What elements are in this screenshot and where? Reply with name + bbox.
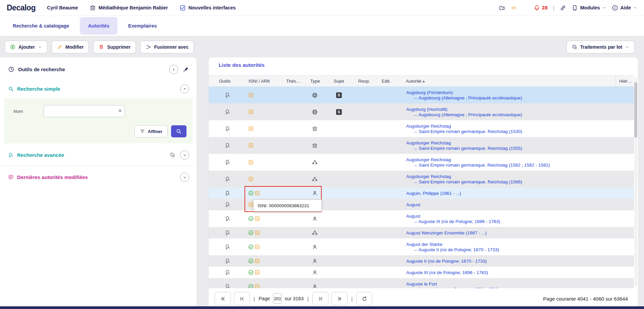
isni-valid-icon[interactable]	[248, 216, 254, 221]
table-row[interactable]: S Augsburg (Hochstift) → Augsbourg (Alle…	[209, 103, 634, 120]
page-prev-set-button[interactable]	[215, 292, 231, 305]
tab-autorites[interactable]: Autorités	[80, 17, 117, 35]
authority-sublink[interactable]: → Augsbourg (Allemagne ; Principauté ecc…	[413, 112, 522, 117]
authority-link[interactable]: Augsburger Reichstag	[406, 174, 451, 179]
search-bounce-icon[interactable]	[225, 283, 231, 288]
table-row[interactable]: Auguste le Fort → Auguste II (roi de Pol…	[209, 278, 634, 288]
authority-link[interactable]: Augsburger Reichstag	[406, 157, 451, 162]
table-row[interactable]: Augsburger Reichstag → Saint-Empire roma…	[209, 137, 634, 154]
ark-icon[interactable]	[255, 244, 260, 250]
search-bounce-icon[interactable]	[225, 202, 231, 208]
screen-share-icon[interactable]	[499, 5, 505, 11]
ark-icon[interactable]	[248, 160, 254, 165]
tab-recherche-catalogage[interactable]: Recherche & catalogage	[5, 17, 77, 35]
ark-icon[interactable]	[255, 230, 260, 235]
isni-valid-icon[interactable]	[248, 244, 254, 250]
authority-sublink[interactable]: → Saint Empire romain germanique. Reichs…	[413, 163, 550, 168]
col-isni-ark[interactable]: ISNI / ARK	[247, 76, 284, 86]
table-row[interactable]: Auguste II (roi de Pologne; 1670 - 1733)	[209, 255, 634, 267]
help-menu[interactable]: Aide	[612, 5, 637, 11]
authority-link[interactable]: Auguste le Fort	[406, 281, 437, 286]
authority-link[interactable]: Auguin, Philippe (1961 - ...)	[406, 191, 461, 196]
authority-link[interactable]: August	[406, 214, 420, 219]
authority-link[interactable]: August Wenzinger Ensemble (1987 - ...)	[406, 230, 487, 235]
new-interfaces-toggle[interactable]: Nouvelles interfaces	[179, 5, 236, 11]
col-edit[interactable]: Edit.	[380, 76, 404, 86]
table-row[interactable]: S Augsburg (Fürstentum) → Augsbourg (All…	[209, 87, 634, 103]
delete-button[interactable]: Supprimer	[93, 41, 136, 53]
refresh-button[interactable]	[356, 292, 372, 305]
search-bounce-icon[interactable]	[225, 190, 231, 196]
beacon-icon[interactable]	[511, 5, 517, 11]
vertical-scrollbar[interactable]	[634, 78, 637, 286]
authority-link[interactable]: Auguste II (roi de Pologne; 1670 - 1733)	[406, 259, 487, 264]
ark-icon[interactable]	[255, 190, 260, 196]
authority-link[interactable]: Augsburg (Fürstentum)	[406, 90, 453, 95]
table-row[interactable]: Augsburger Reichstag → Saint Empire roma…	[209, 154, 634, 171]
search-bounce-icon[interactable]	[225, 176, 231, 182]
authority-sublink[interactable]: → Saint-Empire romain germanique. Reichs…	[413, 129, 522, 134]
ark-icon[interactable]	[255, 258, 260, 264]
table-row[interactable]: August der Starke → Auguste II (roi de P…	[209, 238, 634, 255]
authority-sublink[interactable]: → Augsbourg (Allemagne ; Principauté ecc…	[413, 95, 522, 100]
advanced-search-header[interactable]: Recherche avancée	[17, 152, 64, 158]
scrollbar-thumb[interactable]	[634, 82, 637, 138]
authority-link[interactable]: Augsburg (Hochstift)	[406, 107, 447, 112]
page-first-button[interactable]	[234, 292, 250, 305]
tab-exemplaires[interactable]: Exemplaires	[120, 17, 165, 35]
authority-link[interactable]: Augsburger Reichstag	[406, 124, 451, 129]
collapse-panel-button[interactable]	[169, 65, 178, 74]
col-hierarchie[interactable]: Hiér…	[615, 76, 634, 86]
search-bounce-icon[interactable]	[225, 109, 231, 115]
search-bounce-icon[interactable]	[225, 92, 231, 98]
col-thesaurus[interactable]: Thés…	[284, 76, 309, 86]
table-row[interactable]: Auguin, Philippe (1961 - ...)	[209, 187, 634, 199]
notifications-button[interactable]: 28	[534, 5, 548, 11]
ark-icon[interactable]	[248, 143, 254, 148]
isni-valid-icon[interactable]	[248, 270, 254, 275]
ark-icon[interactable]	[255, 284, 260, 288]
expand-section-button[interactable]	[180, 173, 189, 182]
ark-icon[interactable]	[248, 126, 254, 131]
page-last-button[interactable]	[312, 292, 328, 305]
ark-icon[interactable]	[248, 202, 254, 207]
search-bounce-icon[interactable]	[225, 269, 231, 275]
table-row[interactable]: August → Auguste III (roi de Pologne; 16…	[209, 210, 634, 227]
isni-valid-icon[interactable]	[248, 190, 254, 196]
isni-valid-icon[interactable]	[248, 258, 254, 264]
authority-link[interactable]: August	[406, 202, 420, 207]
ark-icon[interactable]	[248, 176, 254, 182]
search-bounce-icon[interactable]	[225, 216, 231, 222]
ark-icon[interactable]	[248, 109, 254, 115]
expand-section-button[interactable]	[180, 150, 189, 160]
search-bounce-icon[interactable]	[225, 126, 231, 132]
add-button[interactable]: Ajouter	[5, 41, 47, 53]
table-row[interactable]: August Wenzinger Ensemble (1987 - ...)	[209, 227, 634, 238]
search-bounce-icon[interactable]	[225, 142, 231, 148]
col-outils[interactable]: Outils	[217, 76, 247, 86]
clear-input-button[interactable]: ×	[118, 107, 122, 114]
page-input[interactable]	[273, 294, 282, 304]
simple-search-header[interactable]: Recherche simple	[17, 86, 60, 92]
search-bounce-icon[interactable]	[225, 230, 231, 236]
authority-sublink[interactable]: → Auguste II (roi de Pologne; 1670 - 173…	[413, 247, 499, 252]
batch-processing-button[interactable]: Traitements par lot	[567, 41, 635, 53]
ark-icon[interactable]	[255, 270, 260, 275]
search-bounce-icon[interactable]	[225, 244, 231, 250]
recent-authorities-header[interactable]: Dernières autorités modifiées	[17, 174, 88, 180]
table-row[interactable]: Augsburger Reichstag → Saint-Empire roma…	[209, 120, 634, 137]
pin-icon[interactable]	[183, 66, 189, 73]
app-logo[interactable]: Decalog	[7, 3, 36, 12]
merge-button[interactable]: Fusionner avec	[140, 41, 194, 53]
authority-link[interactable]: Augsburger Reichstag	[406, 140, 451, 145]
authority-link[interactable]: Auguste III (roi de Pologne; 1696 - 1763…	[406, 270, 488, 275]
library-selector[interactable]: Médiathèque Benjamin Rabier	[90, 5, 168, 11]
col-type[interactable]: Type	[309, 76, 332, 86]
authority-link[interactable]: August der Starke	[406, 242, 442, 247]
search-bounce-icon[interactable]	[225, 159, 231, 165]
col-autorite[interactable]: Autorité ▴	[404, 76, 615, 86]
col-sujet[interactable]: Sujet	[332, 76, 357, 86]
authority-sublink[interactable]: → Auguste III (roi de Pologne; 1696 - 17…	[413, 219, 500, 224]
user-name[interactable]: Cyril Beaume	[47, 5, 78, 10]
edit-button[interactable]: Modifier	[52, 41, 89, 53]
